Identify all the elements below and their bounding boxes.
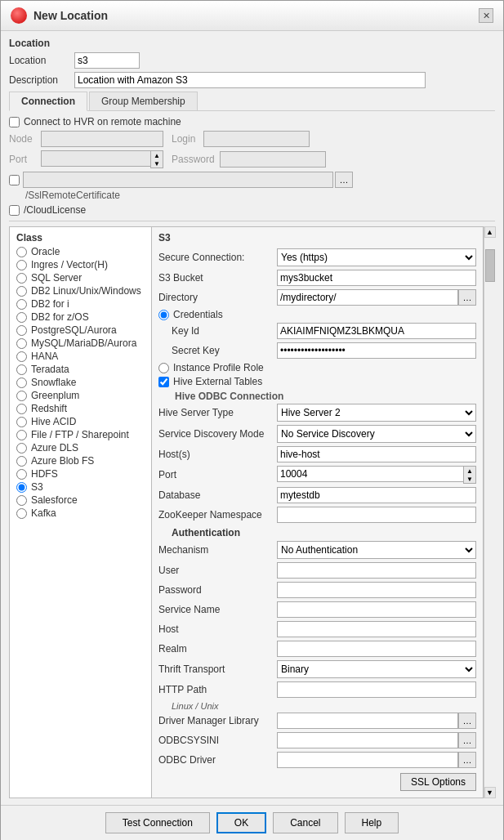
radio-hana[interactable] [16, 351, 27, 362]
radio-hive-acid[interactable] [16, 417, 27, 427]
radio-azure-dls[interactable] [16, 443, 27, 454]
radio-greenplum[interactable] [16, 391, 27, 401]
thrift-transport-select[interactable]: Binary [277, 660, 476, 678]
hosts-input[interactable] [277, 446, 476, 462]
port-spinner[interactable]: ▲ ▼ [41, 150, 163, 168]
secure-connection-select[interactable]: Yes (https) [277, 248, 476, 266]
directory-input[interactable] [277, 289, 458, 306]
tab-group-membership[interactable]: Group Membership [89, 92, 198, 110]
ok-button[interactable]: OK [216, 812, 266, 833]
class-hana[interactable]: HANA [10, 350, 151, 363]
hive-external-checkbox[interactable] [158, 377, 169, 387]
connect-remote-checkbox[interactable] [9, 117, 20, 127]
cancel-button[interactable]: Cancel [273, 812, 337, 833]
hive-port-spinner-btns[interactable]: ▲ ▼ [463, 466, 476, 484]
radio-hdfs[interactable] [16, 469, 27, 480]
service-name-input[interactable] [277, 601, 476, 618]
class-s3[interactable]: S3 [10, 480, 151, 494]
class-db2-z[interactable]: DB2 for z/OS [10, 311, 151, 324]
odbc-driver-browse-btn[interactable]: … [458, 752, 476, 768]
radio-azure-blob[interactable] [16, 456, 27, 467]
radio-file-ftp[interactable] [16, 430, 27, 440]
class-hive-acid[interactable]: Hive ACID [10, 415, 151, 428]
radio-redshift[interactable] [16, 404, 27, 414]
class-azure-blob[interactable]: Azure Blob FS [10, 454, 151, 467]
driver-manager-browse-btn[interactable]: … [458, 713, 476, 729]
radio-s3[interactable] [16, 482, 27, 493]
radio-db2-z[interactable] [16, 312, 27, 323]
realm-input[interactable] [277, 641, 476, 657]
instance-profile-radio[interactable] [158, 363, 169, 373]
http-path-input[interactable] [277, 681, 476, 698]
radio-db2-linux[interactable] [16, 286, 27, 297]
ssl-cert-input[interactable] [23, 172, 333, 188]
class-azure-dls[interactable]: Azure DLS [10, 441, 151, 454]
password-input[interactable] [220, 151, 326, 168]
auth-host-input[interactable] [277, 621, 476, 637]
odbc-driver-input[interactable] [277, 752, 458, 768]
radio-sql-server[interactable] [16, 273, 27, 284]
class-postgres[interactable]: PostgreSQL/Aurora [10, 324, 151, 337]
class-oracle[interactable]: Oracle [10, 245, 151, 258]
database-input[interactable] [277, 487, 476, 503]
class-mysql[interactable]: MySQL/MariaDB/Aurora [10, 337, 151, 350]
radio-salesforce[interactable] [16, 495, 27, 506]
class-greenplum[interactable]: Greenplum [10, 389, 151, 402]
class-salesforce[interactable]: Salesforce [10, 494, 151, 507]
s3-bucket-input[interactable] [277, 270, 476, 286]
odbcsysini-browse-btn[interactable]: … [458, 732, 476, 748]
class-teradata[interactable]: Teradata [10, 363, 151, 376]
auth-user-input[interactable] [277, 562, 476, 579]
class-snowflake[interactable]: Snowflake [10, 376, 151, 389]
port-up-btn[interactable]: ▲ [151, 151, 163, 159]
scroll-up-btn[interactable]: ▲ [484, 226, 496, 238]
class-db2-i[interactable]: DB2 for i [10, 297, 151, 311]
class-db2-linux[interactable]: DB2 Linux/Unix/Windows [10, 284, 151, 297]
cloud-license-checkbox[interactable] [9, 205, 20, 216]
class-redshift[interactable]: Redshift [10, 402, 151, 415]
scroll-down-btn[interactable]: ▼ [484, 787, 496, 798]
radio-kafka[interactable] [16, 508, 27, 519]
radio-db2-i[interactable] [16, 299, 27, 310]
login-input[interactable] [203, 131, 310, 147]
scrollbar-thumb[interactable] [485, 249, 495, 282]
port-down-btn[interactable]: ▼ [151, 159, 163, 168]
directory-browse-btn[interactable]: … [458, 289, 476, 306]
scrollbar[interactable]: ▲ ▼ [484, 226, 495, 798]
radio-snowflake[interactable] [16, 378, 27, 388]
driver-manager-input[interactable] [277, 713, 458, 729]
radio-teradata[interactable] [16, 364, 27, 375]
class-file-ftp[interactable]: File / FTP / Sharepoint [10, 428, 151, 441]
odbcsysini-input[interactable] [277, 732, 458, 748]
port-spinner-btns[interactable]: ▲ ▼ [150, 150, 163, 168]
mechanism-select[interactable]: No Authentication [277, 541, 476, 559]
hive-server-type-select[interactable]: Hive Server 2 [277, 404, 476, 422]
tab-connection[interactable]: Connection [9, 92, 87, 111]
help-button[interactable]: Help [345, 812, 399, 833]
radio-postgres[interactable] [16, 325, 27, 336]
description-input[interactable] [74, 72, 426, 88]
class-sql-server[interactable]: SQL Server [10, 271, 151, 284]
ssl-cert-browse-btn[interactable]: … [335, 172, 353, 188]
radio-ingres[interactable] [16, 260, 27, 270]
ssl-options-btn[interactable]: SSL Options [400, 773, 476, 791]
location-input[interactable] [74, 52, 140, 69]
radio-mysql[interactable] [16, 338, 27, 349]
hive-port-input[interactable] [277, 466, 463, 482]
test-connection-button[interactable]: Test Connection [105, 812, 210, 833]
radio-oracle[interactable] [16, 247, 27, 257]
zookeeper-input[interactable] [277, 507, 476, 523]
ssl-cert-checkbox[interactable] [9, 175, 20, 185]
hive-port-spinner[interactable]: ▲ ▼ [277, 466, 476, 484]
auth-password-input[interactable] [277, 582, 476, 598]
class-hdfs[interactable]: HDFS [10, 467, 151, 480]
class-kafka[interactable]: Kafka [10, 507, 151, 520]
node-input[interactable] [41, 131, 163, 147]
credentials-radio[interactable] [158, 310, 169, 320]
hive-port-up-btn[interactable]: ▲ [464, 467, 475, 475]
hive-port-down-btn[interactable]: ▼ [464, 475, 475, 483]
secret-key-input[interactable] [277, 342, 476, 359]
close-button[interactable]: ✕ [479, 8, 493, 23]
key-id-input[interactable] [277, 323, 476, 339]
service-discovery-select[interactable]: No Service Discovery [277, 425, 476, 443]
